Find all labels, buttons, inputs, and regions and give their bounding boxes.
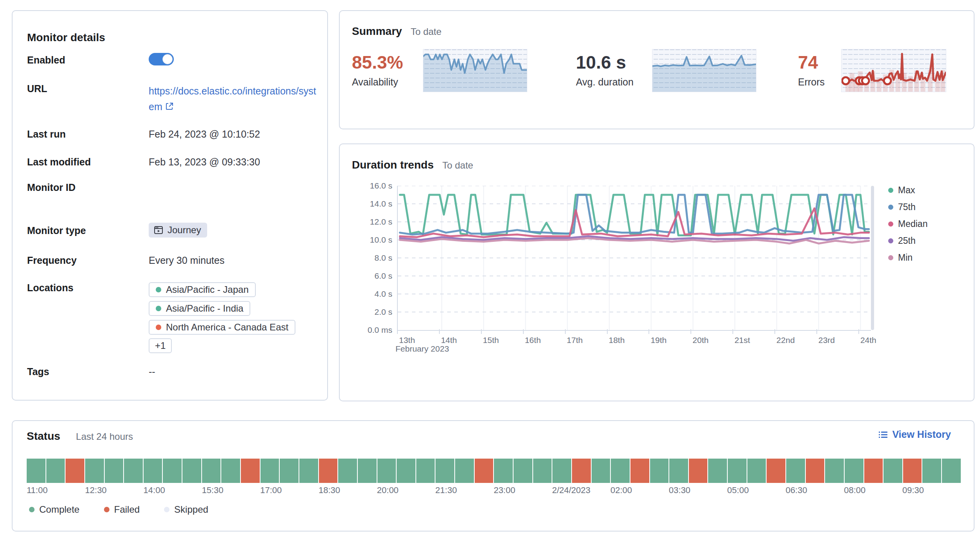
legend-item-median[interactable]: Median <box>888 216 927 232</box>
last-run-label: Last run <box>27 129 66 140</box>
synthetics-monitor-overview-page: Monitor details Enabled URL https://docs… <box>0 0 980 537</box>
status-block-failed[interactable] <box>630 459 649 483</box>
status-block-complete[interactable] <box>708 459 727 483</box>
status-range: Last 24 hours <box>76 431 133 442</box>
status-block-complete[interactable] <box>280 459 299 483</box>
x-axis-tick-label: 15th <box>483 336 499 345</box>
x-axis-tick-label: 16th <box>525 336 541 345</box>
status-block-complete[interactable] <box>883 459 902 483</box>
status-block-complete[interactable] <box>435 459 454 483</box>
status-block-complete[interactable] <box>922 459 941 483</box>
status-block-complete[interactable] <box>27 459 46 483</box>
monitor-url-link[interactable]: https://docs.elastic.co/integrations/sys… <box>149 83 317 115</box>
monitor-details-title: Monitor details <box>27 31 105 44</box>
tags-label: Tags <box>27 366 49 377</box>
status-block-complete[interactable] <box>299 459 318 483</box>
status-block-complete[interactable] <box>592 459 610 483</box>
status-block-complete[interactable] <box>163 459 182 483</box>
duration-trends-panel: Duration trends To date 16.0 s14.0 s12.0… <box>339 143 975 401</box>
legend-item-25th[interactable]: 25th <box>888 232 927 249</box>
status-block-complete[interactable] <box>669 459 688 483</box>
status-block-complete[interactable] <box>144 459 162 483</box>
availability-value: 85.3% <box>352 52 403 73</box>
view-history-link[interactable]: View History <box>878 429 951 440</box>
status-block-complete[interactable] <box>514 459 532 483</box>
location-status-dot <box>156 325 161 330</box>
status-block-complete[interactable] <box>377 459 396 483</box>
duration-trends-title: Duration trends <box>352 159 434 171</box>
status-block-complete[interactable] <box>533 459 552 483</box>
status-block-complete[interactable] <box>845 459 863 483</box>
status-block-complete[interactable] <box>105 459 124 483</box>
x-axis-tick-label: 14th <box>441 336 457 345</box>
legend-item-75th[interactable]: 75th <box>888 199 927 216</box>
legend-label: 25th <box>898 236 916 246</box>
summary-panel: Summary To date 85.3% Availability 10.6 … <box>339 10 975 129</box>
enabled-toggle[interactable] <box>149 53 174 65</box>
y-axis-tick-label: 16.0 s <box>352 181 392 190</box>
location-badge[interactable]: Asia/Pacific - India <box>149 301 250 316</box>
status-block-complete[interactable] <box>552 459 571 483</box>
x-axis-tick <box>481 329 482 334</box>
status-block-complete[interactable] <box>728 459 747 483</box>
status-block-complete[interactable] <box>85 459 104 483</box>
duration-y-axis: 16.0 s14.0 s12.0 s10.0 s8.0 s6.0 s4.0 s2… <box>352 186 392 330</box>
location-badge[interactable]: North America - Canada East <box>149 320 295 335</box>
location-status-dot <box>156 287 161 292</box>
locations-more-badge[interactable]: +1 <box>149 338 172 353</box>
chart-scrollbar[interactable] <box>871 186 874 330</box>
x-axis-tick <box>439 329 440 334</box>
status-block-complete[interactable] <box>650 459 669 483</box>
list-icon <box>878 430 888 440</box>
status-block-failed[interactable] <box>241 459 260 483</box>
enabled-label: Enabled <box>27 54 65 66</box>
status-block-complete[interactable] <box>260 459 279 483</box>
status-block-complete[interactable] <box>786 459 805 483</box>
view-history-label: View History <box>892 429 951 440</box>
availability-metric: 85.3% Availability <box>352 49 403 88</box>
x-axis-tick <box>523 329 524 334</box>
status-block-complete[interactable] <box>611 459 630 483</box>
status-time-label: 14:00 <box>144 485 165 495</box>
summary-range: To date <box>411 26 442 37</box>
duration-trends-chart[interactable] <box>397 186 871 331</box>
status-block-complete[interactable] <box>358 459 377 483</box>
status-block-failed[interactable] <box>767 459 785 483</box>
frequency-label: Frequency <box>27 255 77 266</box>
status-block-complete[interactable] <box>747 459 766 483</box>
legend-dot <box>888 188 893 193</box>
legend-item-min[interactable]: Min <box>888 249 927 266</box>
status-block-failed[interactable] <box>319 459 338 483</box>
status-block-complete[interactable] <box>942 459 961 483</box>
errors-metric: 74 Errors <box>798 49 825 88</box>
errors-value: 74 <box>798 52 825 73</box>
x-axis-tick-label: 23rd <box>818 336 835 345</box>
status-block-complete[interactable] <box>46 459 65 483</box>
status-block-complete[interactable] <box>182 459 201 483</box>
status-block-failed[interactable] <box>475 459 494 483</box>
status-block-complete[interactable] <box>124 459 143 483</box>
status-block-failed[interactable] <box>66 459 84 483</box>
status-block-failed[interactable] <box>864 459 883 483</box>
x-axis-tick-label: 22nd <box>776 336 795 345</box>
locations-label: Locations <box>27 282 73 294</box>
status-block-failed[interactable] <box>689 459 708 483</box>
status-block-complete[interactable] <box>221 459 240 483</box>
status-block-failed[interactable] <box>572 459 591 483</box>
status-time-label: 05:00 <box>727 485 749 495</box>
location-badge[interactable]: Asia/Pacific - Japan <box>149 282 256 297</box>
legend-item-max[interactable]: Max <box>888 182 927 199</box>
status-block-complete[interactable] <box>825 459 844 483</box>
status-block-failed[interactable] <box>903 459 922 483</box>
status-block-complete[interactable] <box>397 459 415 483</box>
status-time-label: 12:30 <box>85 485 107 495</box>
status-block-complete[interactable] <box>416 459 435 483</box>
status-block-complete[interactable] <box>202 459 221 483</box>
legend-label: Skipped <box>174 504 208 515</box>
y-axis-tick-label: 10.0 s <box>352 235 392 245</box>
x-axis-tick <box>565 329 566 334</box>
status-block-complete[interactable] <box>455 459 474 483</box>
status-block-complete[interactable] <box>338 459 357 483</box>
status-block-complete[interactable] <box>494 459 513 483</box>
status-block-failed[interactable] <box>806 459 825 483</box>
